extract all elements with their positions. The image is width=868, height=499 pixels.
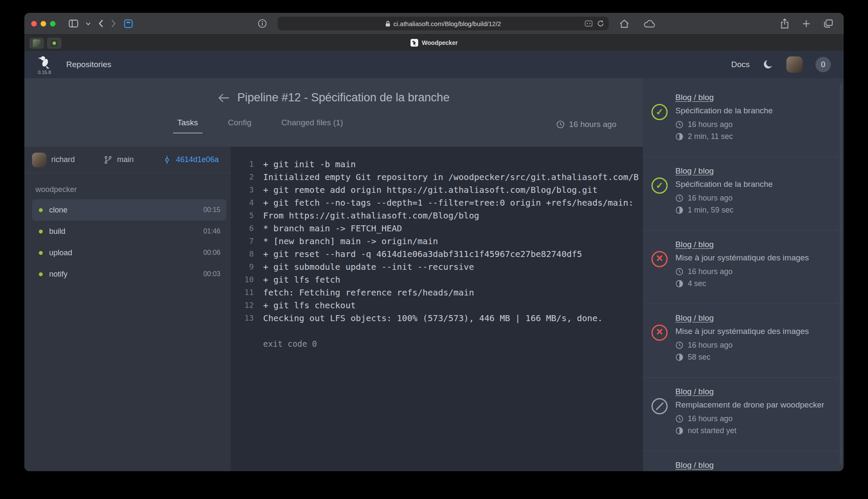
pipeline-step[interactable]: clone 00:15 xyxy=(32,199,226,221)
notification-badge[interactable]: 0 xyxy=(815,57,831,72)
back-arrow-icon[interactable] xyxy=(218,93,230,103)
duration-icon xyxy=(675,353,683,361)
log-line: 3 + git remote add origin https://git.at… xyxy=(231,183,643,196)
clock-icon xyxy=(675,194,683,202)
duration-icon xyxy=(675,206,683,214)
nav-repositories-link[interactable]: Repositories xyxy=(66,60,111,69)
log-panel[interactable]: 1 + git init -b main 2 Initialized empty… xyxy=(231,147,643,471)
repo-link[interactable]: Blog / blog xyxy=(675,313,809,323)
pipeline-feed-item[interactable]: Blog / blog Spécification de la branche … xyxy=(643,157,844,230)
log-line: 12 + git lfs checkout xyxy=(231,299,643,312)
pipeline-header: Pipeline #12 - Spécification de la branc… xyxy=(24,78,643,147)
pipeline-feed-item[interactable]: Blog / blog Mise à jour systématique des… xyxy=(643,304,844,378)
pipeline-feed-item[interactable]: Blog / blog Remplacement de drone par wo… xyxy=(643,451,844,471)
extension-badge-icon[interactable] xyxy=(585,21,592,27)
commit-message: Mise à jour systématique des images xyxy=(675,327,809,336)
author-avatar xyxy=(32,153,47,167)
nav-docs-link[interactable]: Docs xyxy=(731,60,750,69)
repo-link[interactable]: Blog / blog xyxy=(675,387,824,396)
duration-icon xyxy=(675,133,683,141)
page-info-icon[interactable] xyxy=(258,19,267,28)
repo-link[interactable]: Blog / blog xyxy=(675,240,809,249)
feed-scrollbar[interactable] xyxy=(840,84,842,465)
app-navbar: 0.15.8 Repositories Docs 0 xyxy=(24,51,844,78)
pipeline-time-label: 16 hours ago xyxy=(569,120,616,129)
pipeline-feed-item[interactable]: Blog / blog Remplacement de drone par wo… xyxy=(643,378,844,451)
pipeline-step[interactable]: upload 00:06 xyxy=(32,242,226,263)
extension-icon[interactable] xyxy=(124,19,133,28)
line-number: 3 xyxy=(238,183,254,196)
log-line: 11 fetch: Fetching reference refs/heads/… xyxy=(231,286,643,299)
line-text: + git reset --hard -q 4614d1e06a3dabf311… xyxy=(263,248,582,260)
feed-time: 16 hours ago xyxy=(688,267,733,276)
tab-label: Config xyxy=(228,118,252,127)
address-bar[interactable]: ci.athaliasoft.com/Blog/blog/build/12/2 xyxy=(278,17,609,30)
repo-link[interactable]: Blog / blog xyxy=(675,461,824,470)
step-status-dot xyxy=(39,230,43,233)
commit-group: 4614d1e06a xyxy=(163,155,219,164)
cloud-icon[interactable] xyxy=(644,20,656,28)
line-number: 10 xyxy=(238,273,254,286)
commit-hash-link[interactable]: 4614d1e06a xyxy=(176,155,219,164)
pinned-tab-favicon xyxy=(51,40,58,47)
log-line: 8 + git reset --hard -q 4614d1e06a3dabf3… xyxy=(231,248,643,260)
feed-time: 16 hours ago xyxy=(688,341,733,350)
browser-tabbar: Woodpecker xyxy=(24,34,844,51)
step-name: clone xyxy=(49,206,203,215)
woodpecker-logo[interactable]: 0.15.8 xyxy=(37,55,52,75)
pipeline-step[interactable]: notify 00:03 xyxy=(32,263,226,285)
pinned-tab-2[interactable] xyxy=(47,38,62,49)
line-text: + git submodule update --init --recursiv… xyxy=(263,260,474,273)
window-controls xyxy=(31,21,56,27)
new-tab-icon[interactable] xyxy=(802,20,810,28)
pipeline-tab[interactable]: Tasks xyxy=(177,118,198,133)
step-status-dot xyxy=(39,272,43,276)
active-tab[interactable]: Woodpecker xyxy=(411,39,458,47)
clock-icon xyxy=(675,341,683,349)
workflow-name: woodpecker xyxy=(24,173,231,199)
pipeline-feed-item[interactable]: Blog / blog Mise à jour systématique des… xyxy=(643,230,844,304)
build-meta-row: richard main xyxy=(24,147,231,173)
author-name: richard xyxy=(51,155,75,164)
line-number: 8 xyxy=(238,248,254,260)
chevron-down-icon[interactable] xyxy=(86,22,91,25)
url-text: ci.athaliasoft.com/Blog/blog/build/12/2 xyxy=(393,20,501,27)
back-button[interactable] xyxy=(98,19,103,28)
forward-button[interactable] xyxy=(111,19,116,28)
step-name: upload xyxy=(49,248,203,257)
log-line: 7 * [new branch] main -> origin/main xyxy=(231,235,643,248)
repo-link[interactable]: Blog / blog xyxy=(675,166,773,176)
log-line: 13 Checking out LFS objects: 100% (573/5… xyxy=(231,312,643,325)
pipeline-feed-item[interactable]: Blog / blog Spécification de la branche … xyxy=(643,83,844,157)
reload-icon[interactable] xyxy=(597,20,604,27)
sidebar-icon[interactable] xyxy=(69,20,78,27)
tab-label: Tasks xyxy=(177,118,198,127)
close-window-button[interactable] xyxy=(31,21,37,27)
log-line: 1 + git init -b main xyxy=(231,158,643,171)
pinned-tab-1[interactable] xyxy=(29,38,44,49)
feed-time: 16 hours ago xyxy=(688,194,733,203)
pipeline-tab[interactable]: Config xyxy=(228,118,252,133)
woodpecker-favicon-icon xyxy=(411,39,418,47)
user-avatar[interactable] xyxy=(786,56,803,73)
zoom-window-button[interactable] xyxy=(50,21,56,27)
tab-overview-icon[interactable] xyxy=(824,19,833,28)
log-line: 6 * branch main -> FETCH_HEAD xyxy=(231,222,643,235)
line-number: 2 xyxy=(238,171,254,183)
pipeline-time: 16 hours ago xyxy=(556,120,616,133)
line-text: + git remote add origin https://git.atha… xyxy=(263,183,598,196)
minimize-window-button[interactable] xyxy=(41,21,46,27)
repo-link[interactable]: Blog / blog xyxy=(675,93,773,102)
pipeline-step[interactable]: build 01:46 xyxy=(32,221,226,242)
clock-icon xyxy=(675,415,683,423)
feed-time: 16 hours ago xyxy=(688,120,733,129)
home-icon[interactable] xyxy=(619,19,629,28)
dark-mode-toggle-icon[interactable] xyxy=(762,59,774,70)
line-text: * [new branch] main -> origin/main xyxy=(263,235,438,248)
share-icon[interactable] xyxy=(780,18,789,29)
pipeline-tab[interactable]: Changed files (1) xyxy=(282,118,343,133)
toolbar-center: ci.athaliasoft.com/Blog/blog/build/12/2 xyxy=(254,13,660,34)
line-text: + git init -b main xyxy=(263,158,356,171)
step-duration: 01:46 xyxy=(203,227,220,235)
woodpecker-logo-icon xyxy=(37,55,52,69)
